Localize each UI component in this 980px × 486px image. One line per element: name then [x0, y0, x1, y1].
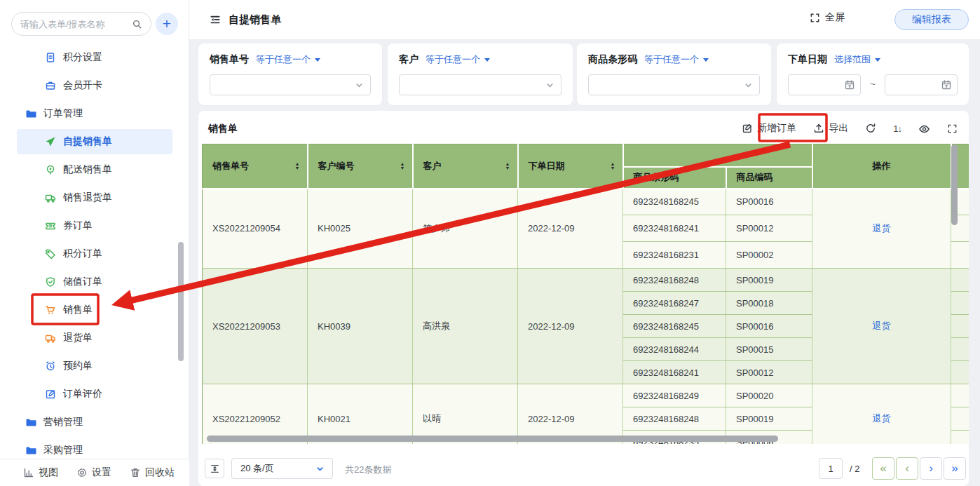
filter-select-barcode[interactable]	[588, 74, 760, 95]
page-size-select[interactable]: 20 条/页	[231, 458, 333, 479]
table-horizontal-scrollbar[interactable]	[207, 436, 778, 442]
sidebar-item-13[interactable]: 营销管理	[0, 408, 189, 436]
col-header-barcode[interactable]: 商品条形码	[623, 167, 726, 189]
sort-icon[interactable]: ▲▼	[505, 162, 510, 170]
last-page-button[interactable]: »	[944, 457, 966, 480]
caret-down-icon[interactable]	[484, 58, 490, 65]
menu-fold-icon[interactable]	[209, 13, 222, 26]
folder-icon	[25, 445, 36, 456]
sidebar-item-0[interactable]: 积分设置	[0, 43, 189, 72]
edit-report-button[interactable]: 编辑报表	[894, 9, 969, 30]
sidebar-footer-label: 视图	[39, 466, 58, 479]
cell-partial	[951, 338, 969, 361]
cell-barcode: 6923248168245	[623, 189, 726, 215]
sidebar-item-4[interactable]: 配送销售单	[0, 156, 189, 184]
truck-icon	[45, 332, 56, 344]
col-header-customer[interactable]: 客户▲▼	[413, 144, 518, 189]
sidebar-item-2[interactable]: 订单管理	[0, 100, 189, 128]
sort-icon[interactable]: ▲▼	[400, 162, 405, 170]
shield-icon	[45, 276, 56, 288]
search-field[interactable]	[20, 19, 132, 29]
export-button[interactable]: 导出	[813, 122, 848, 135]
visibility-button[interactable]	[918, 123, 930, 135]
cart-icon	[45, 304, 56, 316]
first-page-button[interactable]: «	[872, 457, 894, 480]
chevron-down-icon	[743, 80, 754, 90]
add-order-label: 新增订单	[757, 122, 796, 135]
date-end-input[interactable]	[885, 74, 958, 95]
sidebar-item-3[interactable]: 自提销售单	[0, 128, 189, 156]
sidebar-item-label: 销售单	[63, 304, 93, 316]
search-input[interactable]	[11, 12, 151, 36]
row-height-icon	[210, 464, 220, 474]
sidebar-footer-1[interactable]: 设置	[76, 466, 111, 479]
page-number-input[interactable]	[819, 458, 843, 479]
caret-down-icon[interactable]	[875, 58, 880, 65]
sidebar-footer-label: 回收站	[145, 466, 175, 479]
sidebar-footer-2[interactable]: 回收站	[130, 466, 175, 479]
filter-select-order-no[interactable]	[210, 74, 371, 95]
filter-operator[interactable]: 选择范围	[834, 53, 871, 66]
prev-page-button[interactable]: ‹	[896, 457, 918, 480]
truck-icon	[45, 192, 56, 203]
cell-barcode: 6923248168249	[623, 384, 726, 407]
next-page-button[interactable]: ›	[920, 457, 942, 480]
col-header-customer_no[interactable]: 客户编号▲▼	[308, 144, 413, 189]
sidebar-item-11[interactable]: 预约单	[0, 352, 189, 380]
return-link[interactable]: 退货	[873, 413, 891, 424]
sidebar-footer-0[interactable]: 视图	[23, 466, 58, 479]
sidebar-item-label: 券订单	[63, 220, 93, 232]
caret-down-icon[interactable]	[315, 58, 320, 65]
sidebar-item-1[interactable]: 会员开卡	[0, 72, 189, 100]
filter-card-order-no: 销售单号 等于任意一个	[198, 43, 382, 105]
caret-down-icon[interactable]	[703, 58, 709, 65]
clock-icon	[45, 360, 56, 372]
sidebar-item-10[interactable]: 退货单	[0, 324, 189, 352]
return-link[interactable]: 退货	[873, 223, 891, 234]
export-icon	[813, 123, 824, 134]
sidebar-item-14[interactable]: 采购管理	[0, 436, 189, 459]
filter-operator[interactable]: 等于任意一个	[256, 53, 311, 66]
filter-card-barcode: 商品条形码 等于任意一个	[577, 43, 771, 105]
table-fullscreen-button[interactable]	[947, 123, 958, 134]
chevron-down-icon	[315, 464, 325, 474]
sidebar-item-6[interactable]: 券订单	[0, 212, 189, 240]
refresh-button[interactable]	[865, 123, 876, 134]
col-header-order_date[interactable]: 下单日期▲▼	[518, 144, 623, 189]
col-header-product-code[interactable]: 商品编码	[726, 167, 812, 189]
sidebar-item-12[interactable]: 订单评价	[0, 380, 189, 408]
pin-icon	[45, 164, 56, 175]
cell-product-code: SP00020	[726, 384, 812, 407]
filter-operator[interactable]: 等于任意一个	[426, 53, 480, 66]
sidebar-item-label: 订单管理	[43, 107, 83, 120]
sidebar-item-label: 积分设置	[63, 51, 102, 64]
page-total-text: / 2	[850, 464, 859, 474]
row-height-button[interactable]	[205, 459, 224, 478]
filter-operator[interactable]: 等于任意一个	[644, 53, 699, 66]
sidebar-item-5[interactable]: 销售退货单	[0, 184, 189, 212]
date-start-input[interactable]	[788, 74, 861, 95]
cell-customer: 高洪泉	[413, 269, 518, 384]
sidebar-item-7[interactable]: 积分订单	[0, 240, 189, 268]
fullscreen-button[interactable]: 全屏	[810, 11, 845, 24]
edit-square-icon	[742, 123, 753, 134]
sort-button[interactable]: 1↓	[893, 123, 901, 134]
sort-icon[interactable]: ▲▼	[295, 162, 300, 170]
folder-icon	[25, 108, 36, 119]
sidebar-item-8[interactable]: 储值订单	[0, 268, 189, 296]
sort-icon[interactable]: ▲▼	[611, 162, 615, 170]
cell-product-code: SP00016	[726, 315, 812, 338]
table-vertical-scrollbar[interactable]	[951, 144, 958, 225]
fullscreen-label: 全屏	[825, 11, 845, 24]
add-form-button[interactable]: +	[156, 13, 178, 35]
filter-select-customer[interactable]	[399, 74, 562, 95]
cell-product-code: SP00019	[726, 269, 812, 292]
sidebar-footer: 视图设置回收站	[0, 459, 189, 486]
sidebar-scrollbar[interactable]	[178, 242, 184, 361]
return-link[interactable]: 退货	[873, 320, 891, 331]
cell-partial	[951, 315, 969, 338]
col-header-order_no[interactable]: 销售单号▲▼	[203, 144, 308, 189]
sidebar-item-9[interactable]: 销售单	[0, 296, 189, 324]
cell-product-code: SP00012	[726, 361, 812, 384]
add-order-button[interactable]: 新增订单	[742, 122, 796, 135]
